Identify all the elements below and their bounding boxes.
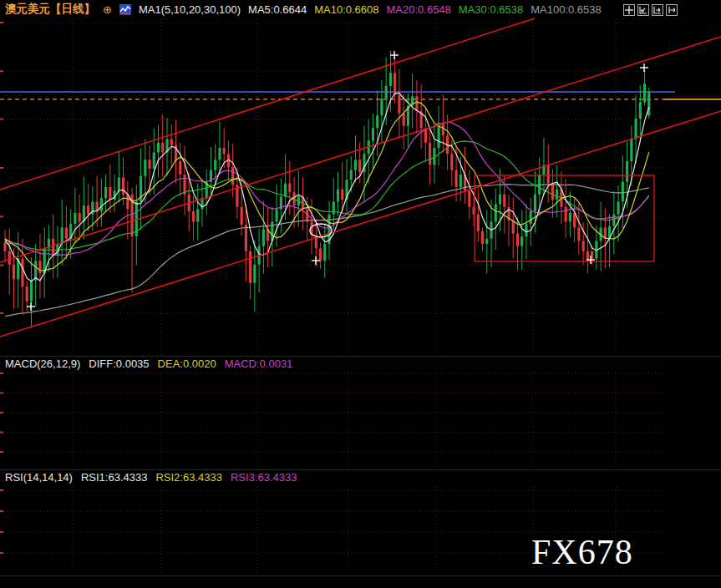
chart-header: 澳元美元【日线】 ⊕ MA1(5,10,20,30,100) MA5:0.664…: [0, 0, 721, 18]
instrument-title: 澳元美元【日线】: [5, 2, 95, 17]
scale-axis-right-icon[interactable]: [652, 4, 663, 16]
chart-window: 澳元美元【日线】 ⊕ MA1(5,10,20,30,100) MA5:0.664…: [0, 0, 721, 588]
ma20-value: MA20:0.6548: [387, 3, 451, 16]
chart-toolbar: [623, 4, 678, 16]
ma-group-label: MA1(5,10,20,30,100): [139, 3, 241, 16]
rsi1-value: RSI1:63.4333: [81, 471, 148, 484]
trendline-1[interactable]: [0, 18, 535, 190]
price-chart-canvas[interactable]: [0, 0, 721, 588]
macd-header: MACD(26,12,9) DIFF:0.0035 DEA:0.0020 MAC…: [0, 356, 721, 370]
ma10-value: MA10:0.6608: [314, 3, 378, 16]
gridlines: [0, 19, 664, 574]
rsi3-value: RSI3:63.4333: [231, 471, 297, 484]
extreme-marker: [390, 51, 399, 59]
macd-title: MACD(26,12,9): [5, 357, 80, 370]
trendline-2[interactable]: [0, 37, 721, 262]
ma100-value: MA100:0.6538: [531, 3, 602, 16]
time-axis[interactable]: [0, 575, 721, 588]
extreme-marker: [312, 256, 320, 265]
macd-diff-value: DIFF:0.0035: [89, 357, 149, 370]
macd-dea-value: DEA:0.0020: [158, 357, 216, 370]
macd-macd-value: MACD:0.0031: [225, 357, 293, 370]
add-indicator-icon[interactable]: ⊕: [103, 4, 112, 15]
ma30-value: MA30:0.6538: [459, 3, 523, 16]
rsi-title: RSI(14,14,14): [5, 471, 73, 484]
pan-right-icon[interactable]: [666, 4, 678, 16]
extreme-marker: [640, 63, 648, 72]
scale-axis-left-icon[interactable]: [637, 4, 649, 16]
watermark: FX678: [531, 535, 633, 570]
extreme-marker: [27, 302, 35, 311]
ma5-value: MA5:0.6644: [248, 3, 307, 16]
rsi2-value: RSI2:63.4333: [155, 471, 222, 484]
chart-type-icon[interactable]: [119, 4, 131, 15]
rsi-header: RSI(14,14,14) RSI1:63.4333 RSI2:63.4333 …: [0, 469, 721, 484]
crosshair-icon[interactable]: [623, 4, 635, 16]
